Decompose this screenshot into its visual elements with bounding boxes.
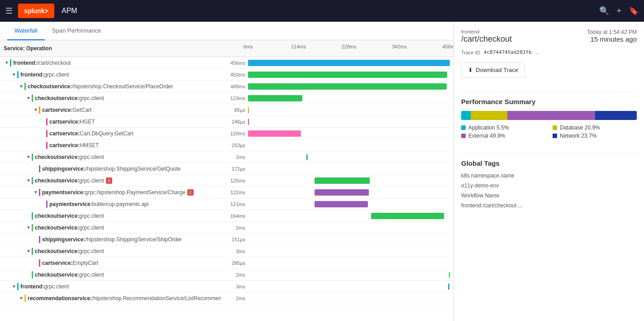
span-label: cartservice: HMSET [4, 142, 221, 149]
collapse-icon[interactable]: ▼ [25, 95, 32, 101]
hamburger-icon[interactable]: ☰ [5, 6, 13, 16]
span-bar-area [248, 188, 450, 196]
collapse-icon[interactable]: ▼ [11, 283, 17, 290]
service-name: frontend: [20, 283, 44, 290]
span-row[interactable]: ▼recommendationservice: /hipstershop.Rec… [0, 292, 453, 304]
collapse-icon[interactable] [33, 260, 39, 266]
collapse-icon[interactable]: ▼ [4, 60, 10, 66]
tag-key: frontend:/cart/checkout [461, 202, 516, 209]
service-name: checkoutservice: [35, 177, 79, 184]
collapse-icon[interactable]: ▼ [33, 107, 39, 113]
span-row[interactable]: ▼checkoutservice: grpc.client123ms [0, 92, 453, 104]
bookmark-icon[interactable]: 🔖 [629, 6, 639, 16]
error-badge: ! [187, 189, 194, 196]
span-border [39, 189, 40, 196]
span-row[interactable]: ▼frontend: grpc.client450ms [0, 69, 453, 81]
span-label: ▼checkoutservice: grpc.client [4, 153, 221, 161]
collapse-icon[interactable]: ▼ [18, 83, 24, 90]
collapse-icon[interactable]: ▼ [25, 248, 32, 254]
operation-name: grpc.client [44, 72, 69, 78]
span-bar-area [248, 141, 450, 149]
span-label: ▼checkoutservice: grpc.client! [4, 177, 221, 184]
span-row[interactable]: shippingservice: /hipstershop.ShippingSe… [0, 163, 453, 175]
perf-legend-item: Database 20.9% [553, 125, 637, 131]
span-bar-area [248, 177, 450, 185]
waterfall-container[interactable]: Service: Operation 0ms 114ms 228ms 342ms… [0, 40, 453, 321]
collapse-icon[interactable] [40, 130, 46, 137]
collapse-icon[interactable]: ▼ [25, 177, 32, 184]
collapse-icon[interactable] [25, 272, 32, 278]
span-row[interactable]: ▼checkoutservice: grpc.client2ms [0, 151, 453, 163]
trace-id-row: Trace ID 4c8744745ad203fb ... [461, 49, 637, 55]
operation-name: grpc.client [79, 154, 104, 160]
span-row[interactable]: shippingservice: /hipstershop.ShippingSe… [0, 234, 453, 245]
span-bar-area [248, 165, 450, 173]
span-bar-area [248, 59, 450, 67]
span-row[interactable]: ▼frontend: /cart/checkout456ms [0, 57, 453, 69]
collapse-icon[interactable]: ▼ [33, 189, 39, 196]
span-row[interactable]: ▼checkoutservice: grpc.client!125ms [0, 175, 453, 187]
collapse-icon[interactable] [40, 142, 46, 149]
perf-legend: Application 5.5%Database 20.9%External 4… [461, 125, 637, 139]
span-bar [371, 213, 444, 219]
span-duration: 285µs [221, 260, 248, 266]
service-name: paymentservice: [49, 201, 92, 207]
tag-value: ... [516, 202, 522, 209]
span-border [32, 248, 33, 255]
collapse-icon[interactable]: ▼ [25, 154, 32, 160]
span-row[interactable]: checkoutservice: grpc.client164ms [0, 210, 453, 222]
collapse-icon[interactable] [33, 166, 39, 172]
search-icon[interactable]: 🔍 [599, 6, 609, 16]
add-icon[interactable]: + [616, 6, 621, 16]
span-duration: 120ms [221, 131, 248, 136]
span-row[interactable]: ▼frontend: grpc.client3ms [0, 281, 453, 292]
service-name: checkoutservice: [28, 83, 72, 90]
operation-name: grpc.client [79, 95, 104, 101]
trace-id-more[interactable]: ... [535, 50, 539, 55]
span-border [24, 83, 26, 90]
operation-name: Cart.DbQuery.GetCart [80, 130, 133, 137]
span-label: ▼frontend: /cart/checkout [4, 59, 221, 67]
collapse-icon[interactable]: ▼ [11, 72, 17, 78]
span-row[interactable]: ▼cartservice: GetCart65µs [0, 104, 453, 116]
span-row[interactable]: ▼checkoutservice: grpc.client3ms [0, 245, 453, 257]
span-row[interactable]: cartservice: HGET246µs [0, 116, 453, 128]
tabs: Waterfall Span Performance [0, 22, 453, 40]
global-tags-title: Global Tags [461, 159, 637, 167]
span-row[interactable]: cartservice: EmptyCart285µs [0, 257, 453, 269]
span-row[interactable]: paymentservice: buttercup.payments.api12… [0, 198, 453, 210]
span-row[interactable]: ▼checkoutservice: /hipstershop.CheckoutS… [0, 81, 453, 92]
collapse-icon[interactable] [40, 201, 46, 207]
tab-waterfall[interactable]: Waterfall [7, 22, 45, 40]
collapse-icon[interactable]: ▼ [18, 295, 24, 302]
download-label: Download Trace [476, 67, 518, 73]
collapse-icon[interactable]: ▼ [25, 225, 32, 231]
perf-legend-item: External 49.9% [461, 133, 545, 139]
trace-time-label: Today at 1:54:42 PM [587, 29, 637, 35]
span-border [32, 95, 33, 102]
span-label: ▼recommendationservice: /hipstershop.Rec… [4, 295, 221, 302]
span-row[interactable]: cartservice: HMSET253µs [0, 139, 453, 151]
collapse-icon[interactable] [25, 213, 32, 219]
span-border [39, 259, 40, 267]
span-duration: 151µs [221, 237, 248, 242]
span-bar-area [248, 129, 450, 138]
span-row[interactable]: ▼paymentservice: grpc.hipstershop.Paymen… [0, 187, 453, 198]
span-row[interactable]: checkoutservice: grpc.client2ms [0, 269, 453, 281]
service-name: checkoutservice: [35, 272, 79, 278]
span-label: checkoutservice: grpc.client [4, 271, 221, 278]
span-bar [248, 95, 302, 101]
span-row[interactable]: ▼checkoutservice: grpc.client2ms [0, 222, 453, 234]
collapse-icon[interactable] [40, 119, 46, 125]
perf-legend-dot [553, 125, 557, 130]
span-bar [315, 189, 369, 196]
tab-span-performance[interactable]: Span Performance [45, 22, 108, 40]
span-duration: 65µs [221, 107, 248, 113]
collapse-icon[interactable] [33, 236, 39, 243]
left-panel: Waterfall Span Performance Service: Oper… [0, 22, 454, 321]
span-border [39, 106, 40, 114]
span-row[interactable]: cartservice: Cart.DbQuery.GetCart120ms [0, 128, 453, 139]
operation-name: grpc.client [79, 248, 104, 254]
download-trace-button[interactable]: ⬇ Download Trace [461, 62, 525, 77]
splunk-logo[interactable]: splunk> [18, 4, 54, 18]
